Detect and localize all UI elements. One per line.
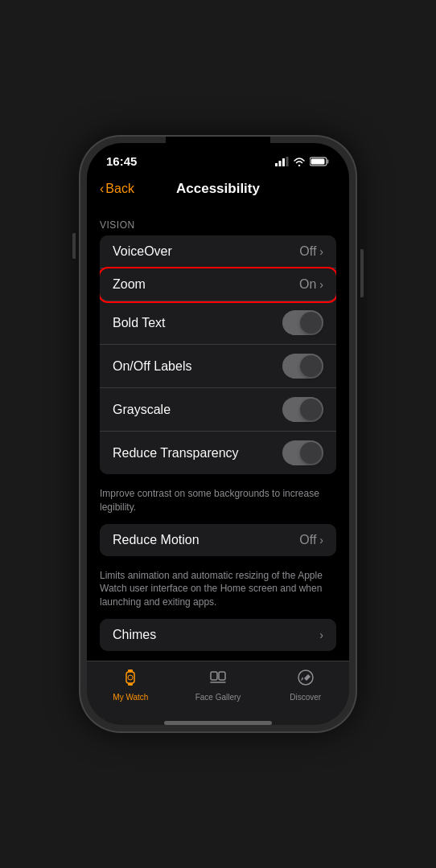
tab-bar: My Watch Face Gallery xyxy=(87,661,349,718)
svg-rect-3 xyxy=(286,157,289,166)
zoom-label: Zoom xyxy=(113,277,146,292)
face-gallery-icon xyxy=(208,668,228,690)
onoff-labels-item[interactable]: On/Off Labels xyxy=(100,345,336,388)
voiceover-chevron: › xyxy=(319,245,323,258)
zoom-item[interactable]: Zoom On › xyxy=(100,268,336,301)
wifi-icon xyxy=(293,157,306,166)
zoom-chevron: › xyxy=(319,278,323,291)
onoff-labels-toggle[interactable] xyxy=(282,354,323,379)
chimes-right: › xyxy=(319,628,323,641)
chimes-chevron: › xyxy=(319,628,323,641)
chimes-label: Chimes xyxy=(113,628,156,642)
svg-rect-8 xyxy=(128,669,133,672)
tab-discover-label: Discover xyxy=(290,693,321,702)
svg-rect-6 xyxy=(311,158,325,164)
zoom-value: On xyxy=(299,277,316,292)
svg-rect-12 xyxy=(219,672,225,680)
reduce-motion-chevron: › xyxy=(319,534,323,547)
tab-my-watch-label: My Watch xyxy=(113,693,148,702)
vision-description: Improve contrast on some backgrounds to … xyxy=(87,481,349,524)
battery-icon xyxy=(310,157,330,166)
tab-my-watch[interactable]: My Watch xyxy=(87,668,175,702)
svg-marker-15 xyxy=(304,674,311,681)
svg-rect-2 xyxy=(282,158,285,166)
watch-icon xyxy=(121,668,140,690)
chimes-item[interactable]: Chimes › xyxy=(100,619,336,651)
grayscale-item[interactable]: Grayscale xyxy=(100,388,336,432)
phone-frame: 16:45 xyxy=(80,137,356,731)
page-title: Accessibility xyxy=(176,181,260,197)
voiceover-label: VoiceOver xyxy=(113,244,172,259)
reduce-motion-label: Reduce Motion xyxy=(113,533,199,547)
bold-text-item[interactable]: Bold Text xyxy=(100,301,336,345)
bold-text-toggle[interactable] xyxy=(282,310,323,335)
scroll-content[interactable]: VISION VoiceOver Off › Zoom On › xyxy=(87,203,349,661)
svg-rect-11 xyxy=(211,672,217,680)
reduce-motion-value: Off xyxy=(299,533,316,547)
voiceover-item[interactable]: VoiceOver Off › xyxy=(100,235,336,268)
reduce-motion-right: Off › xyxy=(299,533,323,547)
reduce-motion-group: Reduce Motion Off › xyxy=(100,524,336,556)
svg-rect-9 xyxy=(128,683,133,686)
reduce-motion-item[interactable]: Reduce Motion Off › xyxy=(100,524,336,556)
tab-face-gallery-label: Face Gallery xyxy=(195,693,241,702)
svg-point-10 xyxy=(128,675,133,680)
voiceover-value: Off xyxy=(299,244,316,259)
svg-rect-5 xyxy=(327,159,329,163)
zoom-right: On › xyxy=(299,277,323,292)
back-button[interactable]: ‹ Back xyxy=(100,182,134,196)
voiceover-right: Off › xyxy=(299,244,323,259)
grayscale-label: Grayscale xyxy=(113,403,171,417)
nav-bar: ‹ Back Accessibility xyxy=(87,173,349,203)
svg-marker-16 xyxy=(301,677,303,681)
discover-icon xyxy=(296,668,315,690)
status-icons xyxy=(275,157,330,166)
chimes-group: Chimes › xyxy=(100,619,336,651)
tab-discover[interactable]: Discover xyxy=(261,668,349,702)
onoff-labels-label: On/Off Labels xyxy=(113,359,191,374)
vision-settings-group: VoiceOver Off › Zoom On › Bold T xyxy=(100,235,336,474)
notch xyxy=(166,137,270,158)
reduce-transparency-item[interactable]: Reduce Transparency xyxy=(100,432,336,474)
status-time: 16:45 xyxy=(106,154,137,168)
back-label: Back xyxy=(105,182,134,196)
home-indicator xyxy=(164,721,272,725)
grayscale-toggle[interactable] xyxy=(282,397,323,422)
svg-rect-0 xyxy=(275,163,278,166)
chevron-left-icon: ‹ xyxy=(100,182,104,196)
signal-icon xyxy=(275,157,289,166)
section-header-vision: VISION xyxy=(87,203,349,235)
reduce-transparency-label: Reduce Transparency xyxy=(113,446,239,461)
svg-rect-1 xyxy=(279,161,282,166)
tab-face-gallery[interactable]: Face Gallery xyxy=(175,668,262,702)
bold-text-label: Bold Text xyxy=(113,316,166,330)
motion-description: Limits animation and automatic resizing … xyxy=(87,563,349,619)
reduce-transparency-toggle[interactable] xyxy=(282,440,323,465)
